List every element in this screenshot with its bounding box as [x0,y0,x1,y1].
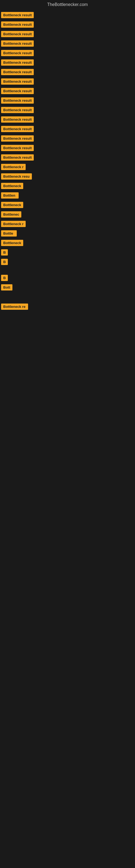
bottleneck-badge: Bott [1,284,12,290]
bottleneck-badge: B [1,249,8,255]
bottleneck-badge: Bottleneck result [1,31,34,37]
bottleneck-badge: Bottleneck [1,183,23,189]
bottleneck-badge: Bottleneck result [1,88,34,94]
bottleneck-row: Bottleneck result [0,96,135,105]
bottleneck-badge: Bottleneck result [1,12,34,18]
bottleneck-row: Bottle [0,229,135,238]
bottleneck-row: Bottleneck result [0,105,135,115]
bottleneck-badge: Bottleneck result [1,135,34,142]
bottleneck-row [0,270,135,273]
bottleneck-row: Bottleneck result [0,77,135,86]
bottleneck-row: Bottleneck r [0,219,135,229]
bottleneck-row: Bottleneck [0,238,135,248]
bottleneck-row: Bottleneck result [0,143,135,153]
bottleneck-badge: Bottleneck result [1,50,34,56]
bottleneck-row [0,267,135,270]
bottleneck-badge: Bottleneck result [1,154,34,161]
bottleneck-row: Bottleneck result [0,115,135,124]
bottleneck-badge: Bottleneck result [1,145,34,151]
bottleneck-badge: Bottleneck r [1,221,26,227]
bottleneck-row: B [0,273,135,283]
bottleneck-badge: Bottleneck result [1,126,34,132]
bottleneck-row: Bottleneck result [0,20,135,29]
bottleneck-row: Bottleneck result [0,67,135,77]
bottleneck-badge: Bottleneck result [1,40,34,46]
bottleneck-row: Bottleneck result [0,39,135,48]
site-title: TheBottlenecker.com [0,0,135,10]
bottleneck-badge: Bottlen [1,192,18,198]
bottleneck-row: Bottleneck result [0,10,135,20]
bottleneck-row: Bottleneck resu [0,172,135,181]
bottleneck-row: Bottleneck r [0,162,135,172]
bottleneck-row: B [0,257,135,267]
bottleneck-row: Bottleneck result [0,124,135,134]
bottleneck-row: Bottleneck [0,181,135,191]
bottleneck-badge: B [1,259,8,265]
bottleneck-row [0,296,135,299]
bottleneck-badge: Bottleneck result [1,69,34,75]
bottleneck-row: Bottlen [0,191,135,200]
bottleneck-row: Bottleneck result [0,48,135,58]
bottleneck-row: Bottleneck result [0,86,135,96]
bottleneck-row: Bottleneck result [0,29,135,39]
bottleneck-badge: Bottleneck [1,202,23,208]
bottleneck-badge: Bottleneck re [1,304,28,310]
bottleneck-badge: Bottleneck r [1,164,26,170]
bottleneck-row: Bottleneck result [0,134,135,143]
bottleneck-badge: Bottleneck result [1,59,34,66]
bottleneck-badge: Bottle [1,230,17,237]
bottleneck-badge: Bottleneck result [1,97,34,104]
bottleneck-row: Bottleneck result [0,153,135,162]
bottleneck-badge: B [1,275,8,281]
bottleneck-row: Bottlenec [0,210,135,219]
bottleneck-badge: Bottleneck result [1,116,34,123]
bottleneck-badge: Bottleneck resu [1,173,32,180]
bottleneck-badge: Bottlenec [1,211,21,218]
bottleneck-row: Bottleneck re [0,302,135,311]
bottleneck-row [0,299,135,302]
bottleneck-row: B [0,248,135,257]
bottleneck-row: Bott [0,283,135,292]
bottleneck-row: Bottleneck [0,200,135,210]
bottleneck-badge: Bottleneck [1,240,23,246]
bottleneck-badge: Bottleneck result [1,79,34,85]
bottleneck-badge: Bottleneck result [1,107,34,113]
bottleneck-row [0,292,135,296]
bottleneck-badge: Bottleneck result [1,22,34,28]
bottleneck-row: Bottleneck result [0,58,135,67]
